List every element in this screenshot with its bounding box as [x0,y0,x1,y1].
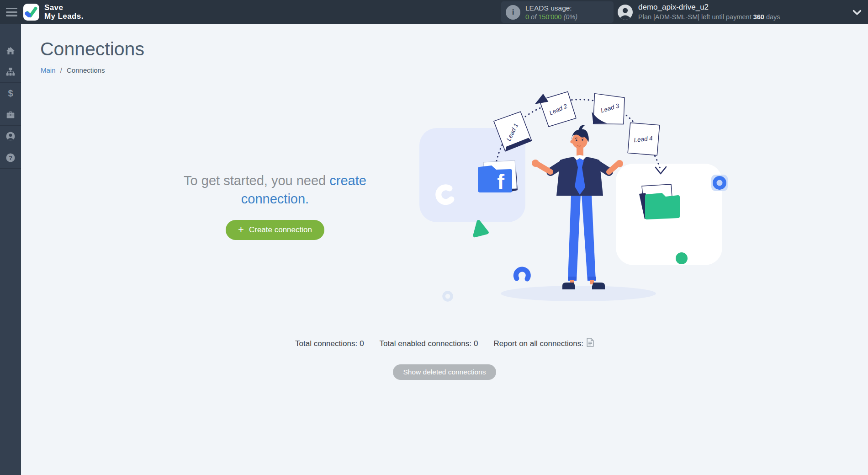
home-icon [6,46,15,55]
leads-usage-label: LEADS usage: [525,4,577,12]
ring-decoration [444,293,452,300]
main-content: Connections Main / Connections To get st… [21,24,868,475]
create-connection-button[interactable]: + Create connection [226,220,324,240]
triangle-decoration [473,221,487,235]
info-icon: i [506,5,520,20]
enabled-connections-value: 0 [474,339,478,348]
report-document-icon[interactable] [587,338,594,349]
days-left: 360 [753,13,764,21]
show-deleted-connections-button[interactable]: Show deleted connections [393,364,497,380]
sidebar-item-services[interactable] [0,104,21,126]
user-plan: Plan |ADM-SML-SM| left until payment 360… [638,13,780,21]
user-name: demo_apix-drive_u2 [638,3,780,12]
total-connections-value: 0 [360,339,364,348]
empty-state-text: To get started, you need create connecti… [179,171,371,208]
sidebar-item-connections[interactable] [0,61,21,83]
logo-icon[interactable] [23,4,39,21]
leads-total: 150'000 [538,13,561,21]
breadcrumb-current: Connections [67,66,105,74]
empty-state: To get started, you need create connecti… [179,171,371,240]
chevron-down-icon[interactable] [852,9,862,17]
sitemap-icon [6,67,15,76]
breadcrumb-separator: / [60,66,62,74]
sidebar-item-billing[interactable]: $ [0,83,21,104]
facebook-folder-icon: f [478,160,518,194]
app-root: Save My Leads. i LEADS usage: 0 of 150'0… [0,0,868,475]
ground-shadow [501,286,656,301]
breadcrumb: Main / Connections [41,66,105,74]
help-icon: ? [6,153,15,162]
enabled-connections-stat: Total enabled connections: 0 [380,339,478,348]
leads-used: 0 [525,13,529,21]
illustration-container: f [411,87,740,343]
logo-line1: Save [44,4,84,12]
hook-decoration [516,269,528,279]
person-figure [532,125,623,289]
sidebar: $ ? [0,24,21,475]
checkmark-logo-icon [23,4,39,21]
connections-stats: Total connections: 0 Total enabled conne… [21,338,868,349]
dollar-icon: $ [8,89,13,98]
green-dot-decoration [676,252,688,264]
user-menu[interactable]: demo_apix-drive_u2 Plan |ADM-SML-SM| lef… [618,3,780,21]
lead-paper-2: Lead 2 [534,90,577,128]
briefcase-icon [6,110,15,119]
lead-paper-4: Lead 4 [625,120,662,158]
empty-state-illustration: f [411,87,740,343]
page-title: Connections [40,39,144,59]
plus-icon: + [238,224,244,235]
topbar: Save My Leads. i LEADS usage: 0 of 150'0… [0,0,868,24]
sidebar-item-profile[interactable] [0,126,21,147]
leads-usage-widget: i LEADS usage: 0 of 150'000 (0%) [501,1,614,23]
leads-percent: (0%) [563,13,577,21]
total-connections-stat: Total connections: 0 [295,339,364,348]
breadcrumb-main-link[interactable]: Main [41,66,56,74]
avatar-icon [618,5,633,20]
svg-text:f: f [497,170,504,194]
sidebar-item-home[interactable] [0,40,21,61]
leads-usage-value: 0 of 150'000 (0%) [525,13,577,21]
user-icon [6,132,15,141]
report-connections-stat: Report on all connections: [493,338,594,349]
logo-wordmark[interactable]: Save My Leads. [44,4,84,21]
logo-line2: My Leads. [44,12,84,21]
hamburger-menu-icon[interactable] [6,8,17,16]
sidebar-item-help[interactable]: ? [0,147,21,169]
svg-text:?: ? [9,155,12,161]
lead-paper-3: Lead 3 [591,93,627,127]
